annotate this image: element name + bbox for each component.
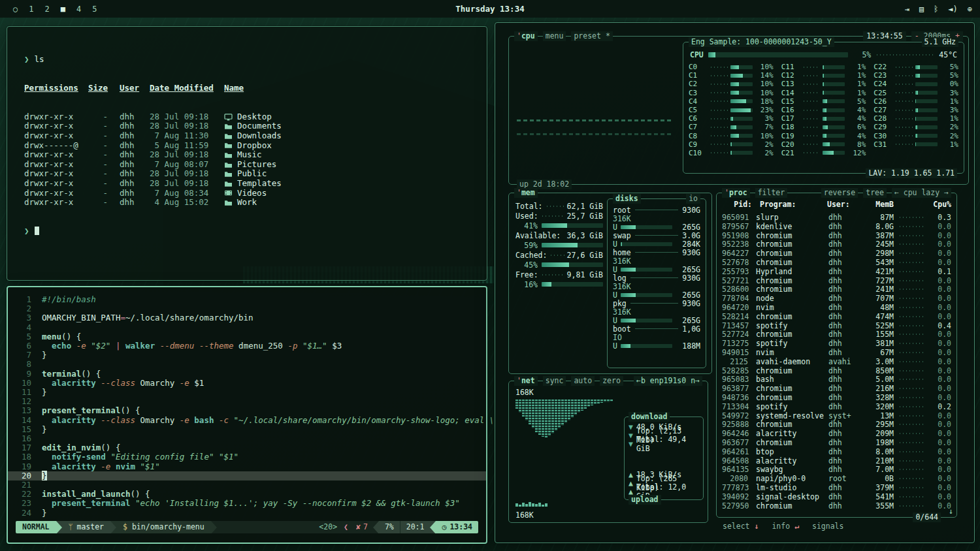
- info-hint[interactable]: info ↵: [772, 522, 799, 531]
- process-row[interactable]: 528214chromiumdhh474M0.0: [722, 312, 951, 321]
- mem-meter: 16%: [515, 279, 603, 289]
- net-interface[interactable]: ←b enp191s0 n→: [634, 376, 702, 386]
- diagnostics: ✘7: [351, 521, 373, 533]
- process-row[interactable]: 777873lm-studiodhh379M0.0: [722, 483, 951, 492]
- globe-icon[interactable]: ⊕: [968, 5, 972, 14]
- enter-key-icon: ↵: [794, 522, 799, 531]
- folder-icon: [224, 142, 233, 149]
- process-row[interactable]: 255793Hyprlanddhh421M0.1: [722, 267, 951, 276]
- line-number: 23: [8, 499, 31, 508]
- io-mode-button[interactable]: io: [686, 194, 700, 204]
- process-row[interactable]: 964135swaybgdhh7.0M0.0: [722, 465, 951, 474]
- disk-io: 316K: [613, 214, 700, 223]
- col-user[interactable]: User:: [827, 200, 861, 209]
- code-line: 22install_and_launch() {: [8, 490, 486, 499]
- process-row[interactable]: 952238chromiumdhh245M0.0: [722, 240, 951, 249]
- line-number: 22: [8, 490, 31, 499]
- workspace-4[interactable]: 4: [76, 5, 81, 14]
- filter-button[interactable]: filter: [755, 188, 788, 198]
- process-row[interactable]: 2125avahi-daemonavahi3.0M0.0: [722, 357, 951, 366]
- core-row: C114%: [689, 71, 774, 80]
- process-row[interactable]: 528600chromiumdhh241M0.0: [722, 285, 951, 294]
- col-size: Size: [88, 84, 108, 93]
- interval-minus[interactable]: -: [915, 31, 919, 40]
- disk-used-meter: U188M: [613, 341, 700, 350]
- col-mem[interactable]: MemB: [861, 200, 894, 209]
- process-row[interactable]: 527724chromiumdhh155M0.0: [722, 330, 951, 339]
- process-row[interactable]: 964720nvimdhh48M0.0: [722, 303, 951, 312]
- process-row[interactable]: 527721chromiumdhh727M0.0: [722, 276, 951, 285]
- process-row[interactable]: 778704nodedhh707M0.0: [722, 294, 951, 303]
- preset-button[interactable]: preset *: [571, 31, 612, 41]
- process-row[interactable]: 394092signal-desktopdhh541M0.0: [722, 492, 951, 501]
- core-row: C235%: [874, 71, 958, 80]
- volume-icon[interactable]: ◄): [948, 5, 957, 14]
- net-down-stat: ▼Total: 49,4 GiB: [629, 439, 699, 448]
- workspace-2[interactable]: 2: [44, 5, 49, 14]
- process-row[interactable]: 925888chromiumdhh295M0.0: [722, 420, 951, 429]
- disk-used-meter: U265G: [613, 223, 700, 231]
- process-row[interactable]: 527678chromiumdhh543M0.0: [722, 258, 951, 267]
- col-program[interactable]: Program:: [755, 200, 827, 209]
- process-row[interactable]: 549972systemd-resolvesyst+13M0.0: [722, 411, 951, 420]
- signals-hint[interactable]: signals: [812, 522, 843, 531]
- process-row[interactable]: 528285chromiumdhh850M0.0: [722, 366, 951, 375]
- process-row[interactable]: 964246alacrittydhh209M0.0: [722, 429, 951, 438]
- process-row[interactable]: 713304spotifydhh320M0.2: [722, 402, 951, 411]
- process-row[interactable]: 713457spotifydhh525M0.4: [722, 321, 951, 330]
- col-cpu[interactable]: Cpu%: [926, 200, 951, 209]
- process-row[interactable]: 879567kdenlivedhh8.0G0.0: [722, 222, 951, 231]
- tree-button[interactable]: tree: [863, 188, 887, 198]
- mem-box-title: 'mem: [514, 188, 538, 198]
- process-row[interactable]: 965083bashdhh5.0M0.0: [722, 375, 951, 384]
- file-row: drwxr-xr-x-dhh28 Jul 09:18 Templates: [24, 179, 487, 189]
- editor-window: 1#!/bin/bash23OMARCHY_BIN_PATH=~/.local/…: [7, 286, 487, 544]
- code-line: 8: [8, 360, 486, 369]
- workspace-5[interactable]: 5: [92, 5, 97, 14]
- menu-button[interactable]: menu: [543, 31, 566, 41]
- process-row[interactable]: 948736chromiumdhh328M0.0: [722, 393, 951, 402]
- workspace-icon[interactable]: ○: [13, 5, 18, 14]
- statusline: NORMAL ᛘmaster $bin/omarchy-menu <20> ❮ …: [16, 521, 478, 533]
- process-row[interactable]: 964508alacrittydhh210M0.0: [722, 456, 951, 465]
- col-name: Name: [214, 84, 487, 93]
- sync-button[interactable]: sync: [543, 376, 566, 386]
- process-row[interactable]: 963677chromiumdhh198M0.0: [722, 438, 951, 447]
- zero-button[interactable]: zero: [600, 376, 623, 386]
- reverse-button[interactable]: reverse: [821, 188, 858, 198]
- code-line: 2: [8, 304, 486, 313]
- cpu-detail-box: Eng Sample: 100-0000001243-50_Y 5.1 GHz …: [683, 42, 964, 174]
- mem-meter: 41%: [515, 221, 603, 230]
- disk-name: root930G: [613, 206, 700, 214]
- mem-stat: Free:9,81 GiB: [515, 270, 603, 279]
- file-path: bin/omarchy-menu: [132, 522, 204, 531]
- core-row: C92%: [689, 140, 774, 149]
- auto-button[interactable]: auto: [571, 376, 595, 386]
- process-row[interactable]: 2080napi/phy0-0root0B0.0: [722, 474, 951, 483]
- network-icon[interactable]: ▤: [919, 5, 924, 14]
- scroll-down-icon[interactable]: ↓: [949, 507, 953, 516]
- workspace-1[interactable]: 1: [29, 5, 33, 14]
- process-row[interactable]: 964261btopdhh8.0M0.0: [722, 447, 951, 456]
- process-row[interactable]: 963877chromiumdhh216M0.0: [722, 384, 951, 393]
- select-hint[interactable]: select ↓: [723, 522, 759, 531]
- mem-meter: 45%: [515, 260, 603, 270]
- process-row[interactable]: 965091slurpdhh87M0.3: [722, 213, 951, 222]
- logout-icon[interactable]: ⇥: [905, 5, 909, 14]
- line-number: 13: [8, 406, 31, 415]
- mem-stat: Available:36,3 GiB: [515, 230, 603, 240]
- sort-selector[interactable]: ← cpu lazy →: [892, 188, 951, 198]
- workspace-3[interactable]: ■: [61, 5, 65, 14]
- bluetooth-icon[interactable]: ᛒ: [934, 5, 938, 14]
- error-count: 7: [363, 522, 368, 531]
- process-row[interactable]: 949015nvimdhh67M0.0: [722, 348, 951, 357]
- core-row: C77%: [689, 123, 774, 131]
- process-row[interactable]: 951908chromiumdhh387M0.0: [722, 231, 951, 240]
- process-row[interactable]: 964227chromiumdhh298M0.0: [722, 249, 951, 258]
- disk-entries: root930G316KU265Gswap3.0GU284Khome930G31…: [613, 206, 700, 350]
- line-number: 3: [8, 313, 31, 323]
- line-number: 4: [8, 323, 31, 332]
- col-pid[interactable]: Pid:: [722, 200, 755, 209]
- process-row[interactable]: 713275spotifydhh381M0.0: [722, 339, 951, 348]
- process-row[interactable]: 527950chromiumdhh355M0.0: [722, 501, 951, 511]
